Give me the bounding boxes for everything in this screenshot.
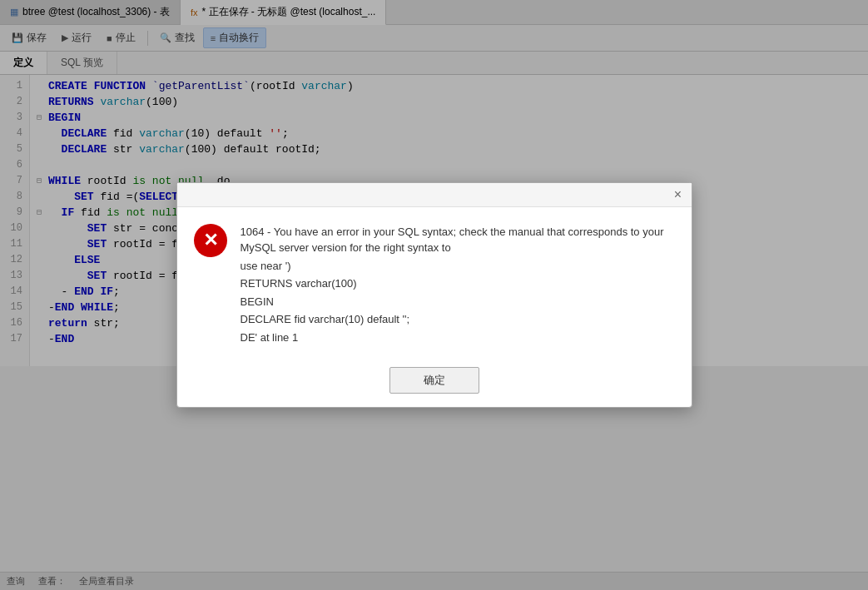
dialog-message: 1064 - You have an error in your SQL syn… xyxy=(241,224,675,348)
error-msg-line3: RETURNS varchar(100) xyxy=(241,275,675,292)
error-msg-line5: DECLARE fid varchar(10) default ''; xyxy=(241,311,675,328)
error-circle: ✕ xyxy=(194,224,227,257)
error-msg-line6: DE' at line 1 xyxy=(241,330,675,346)
error-icon: ✕ xyxy=(194,224,227,257)
dialog-titlebar: × xyxy=(177,183,692,207)
dialog-body: ✕ 1064 - You have an error in your SQL s… xyxy=(177,207,692,361)
error-msg-line1: 1064 - You have an error in your SQL syn… xyxy=(241,224,675,256)
error-msg-line2: use near ') xyxy=(241,258,675,275)
dialog-footer: 确定 xyxy=(177,360,692,407)
error-msg-line4: BEGIN xyxy=(241,294,675,310)
confirm-label: 确定 xyxy=(424,374,445,386)
dialog-close-button[interactable]: × xyxy=(670,186,687,203)
confirm-button[interactable]: 确定 xyxy=(389,367,479,394)
error-dialog: × ✕ 1064 - You have an error in your SQL… xyxy=(176,182,692,409)
error-dialog-overlay: × ✕ 1064 - You have an error in your SQL… xyxy=(0,0,868,590)
